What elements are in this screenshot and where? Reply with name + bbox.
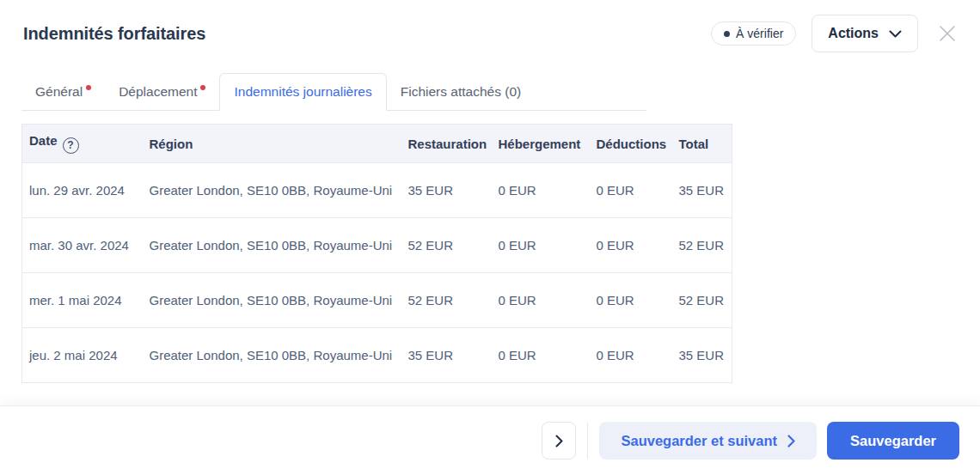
cell-deductions: 0 EUR <box>590 273 672 328</box>
tab-label: Déplacement <box>119 84 197 99</box>
modal-header: Indemnités forfaitaires À vérifier Actio… <box>0 0 980 53</box>
cell-date: jeu. 2 mai 2024 <box>22 328 143 383</box>
cell-total: 52 EUR <box>672 273 732 328</box>
tab-bar: GénéralDéplacementIndemnités journalière… <box>21 73 646 111</box>
close-icon[interactable] <box>935 21 959 46</box>
column-header-restauration: Restauration <box>401 125 492 163</box>
actions-button[interactable]: Actions <box>812 15 918 52</box>
cell-date: lun. 29 avr. 2024 <box>22 163 143 218</box>
cell-total: 52 EUR <box>672 218 732 273</box>
cell-region: Greater London, SE10 0BB, Royaume-Uni <box>143 328 401 383</box>
cell-hebergement: 0 EUR <box>492 218 590 273</box>
per-diem-table: Date?RégionRestaurationHébergementDéduct… <box>21 124 732 383</box>
table-row[interactable]: jeu. 2 mai 2024Greater London, SE10 0BB,… <box>22 328 732 383</box>
column-header-label: Hébergement <box>499 137 581 151</box>
column-header-date: Date? <box>22 125 143 163</box>
help-icon[interactable]: ? <box>63 137 79 154</box>
status-badge: À vérifier <box>711 21 796 46</box>
cell-restauration: 35 EUR <box>401 163 492 218</box>
save-button[interactable]: Sauvegarder <box>827 422 959 460</box>
column-header-label: Région <box>150 137 193 151</box>
cell-deductions: 0 EUR <box>590 163 672 218</box>
table-row[interactable]: mer. 1 mai 2024Greater London, SE10 0BB,… <box>22 273 732 328</box>
column-header-label: Restauration <box>408 137 487 151</box>
cell-restauration: 52 EUR <box>401 218 492 273</box>
page-title: Indemnités forfaitaires <box>23 24 711 44</box>
next-item-button[interactable] <box>542 422 576 460</box>
chevron-down-icon <box>889 30 902 38</box>
tab-label: Indemnités journalières <box>234 84 371 99</box>
cell-restauration: 52 EUR <box>401 273 492 328</box>
cell-hebergement: 0 EUR <box>492 163 590 218</box>
cell-hebergement: 0 EUR <box>492 328 590 383</box>
cell-total: 35 EUR <box>672 328 732 383</box>
column-header-region: Région <box>143 125 401 163</box>
status-dot-icon <box>724 31 730 37</box>
column-header-label: Date <box>29 133 58 148</box>
cell-restauration: 35 EUR <box>401 328 492 383</box>
cell-date: mar. 30 avr. 2024 <box>22 218 143 273</box>
cell-region: Greater London, SE10 0BB, Royaume-Uni <box>143 218 401 273</box>
cell-region: Greater London, SE10 0BB, Royaume-Uni <box>143 273 401 328</box>
column-header-label: Total <box>679 137 709 151</box>
column-header-total: Total <box>672 125 732 163</box>
footer-divider <box>587 423 588 459</box>
cell-deductions: 0 EUR <box>590 328 672 383</box>
actions-button-label: Actions <box>828 26 879 41</box>
column-header-label: Déductions <box>597 137 667 151</box>
tab-indemnites-journalieres[interactable]: Indemnités journalières <box>219 73 386 111</box>
tab-label: Fichiers attachés (0) <box>401 84 521 99</box>
alert-dot-icon <box>200 85 205 90</box>
save-and-next-button[interactable]: Sauvegarder et suivant <box>599 422 817 460</box>
tab-general[interactable]: Général <box>21 74 105 110</box>
table-header-row: Date?RégionRestaurationHébergementDéduct… <box>22 125 732 163</box>
cell-total: 35 EUR <box>672 163 732 218</box>
column-header-hebergement: Hébergement <box>492 125 590 163</box>
chevron-right-icon <box>787 435 795 448</box>
cell-hebergement: 0 EUR <box>492 273 590 328</box>
alert-dot-icon <box>86 85 91 90</box>
status-badge-label: À vérifier <box>736 27 783 40</box>
cell-region: Greater London, SE10 0BB, Royaume-Uni <box>143 163 401 218</box>
cell-deductions: 0 EUR <box>590 218 672 273</box>
table-row[interactable]: mar. 30 avr. 2024Greater London, SE10 0B… <box>22 218 732 273</box>
column-header-deductions: Déductions <box>590 125 672 163</box>
cell-date: mer. 1 mai 2024 <box>22 273 143 328</box>
modal-footer: Sauvegarder et suivant Sauvegarder <box>0 405 980 475</box>
table-row[interactable]: lun. 29 avr. 2024Greater London, SE10 0B… <box>22 163 732 218</box>
tab-deplacement[interactable]: Déplacement <box>105 74 219 110</box>
chevron-right-icon <box>555 435 563 448</box>
tab-label: Général <box>35 84 83 99</box>
save-and-next-label: Sauvegarder et suivant <box>621 433 777 449</box>
tab-fichiers-attaches[interactable]: Fichiers attachés (0) <box>387 74 535 110</box>
